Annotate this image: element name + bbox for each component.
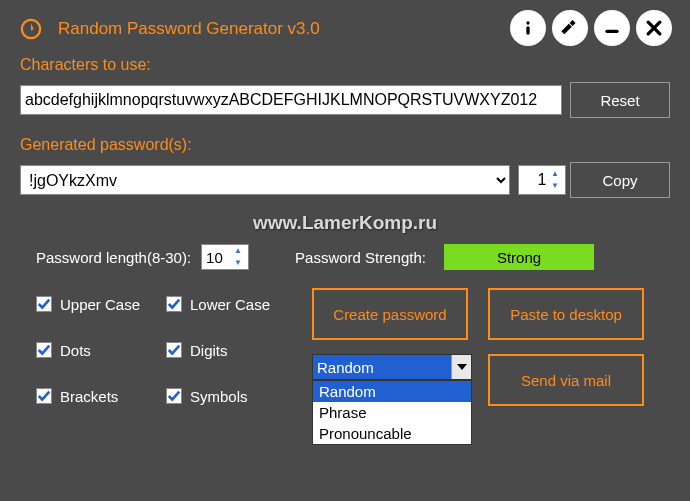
checkbox-label: Dots (60, 342, 91, 359)
type-option-pronouncable[interactable]: Pronouncable (313, 423, 471, 444)
app-title: Random Password Generator v3.0 (58, 19, 320, 39)
svg-rect-3 (605, 30, 618, 33)
length-label: Password length(8-30): (36, 249, 191, 266)
minimize-button[interactable] (594, 10, 630, 46)
chars-input[interactable] (20, 85, 562, 115)
count-down-icon[interactable]: ▼ (548, 180, 562, 192)
length-up-icon[interactable]: ▲ (231, 245, 245, 257)
watermark-text: www.LamerKomp.ru (0, 212, 690, 234)
generated-label: Generated password(s): (0, 130, 690, 162)
checkbox-digits[interactable]: Digits (166, 340, 296, 360)
checkbox-label: Brackets (60, 388, 118, 405)
checkbox-brackets[interactable]: Brackets (36, 386, 166, 406)
type-dropdown-selected: Random (313, 355, 451, 379)
svg-point-1 (526, 21, 529, 24)
checkmark-icon (166, 388, 182, 404)
length-down-icon[interactable]: ▼ (231, 257, 245, 269)
paste-desktop-button[interactable]: Paste to desktop (488, 288, 644, 340)
checkmark-icon (36, 296, 52, 312)
checkbox-symbols[interactable]: Symbols (166, 386, 296, 406)
checkmark-icon (36, 388, 52, 404)
send-mail-button[interactable]: Send via mail (488, 354, 644, 406)
type-dropdown-list: Random Phrase Pronouncable (312, 380, 472, 445)
checkbox-label: Digits (190, 342, 228, 359)
create-password-button[interactable]: Create password (312, 288, 468, 340)
copy-button[interactable]: Copy (570, 162, 670, 198)
reset-button[interactable]: Reset (570, 82, 670, 118)
checkmark-icon (166, 342, 182, 358)
svg-rect-2 (526, 26, 529, 34)
close-button[interactable] (636, 10, 672, 46)
checkbox-label: Lower Case (190, 296, 270, 313)
info-button[interactable] (510, 10, 546, 46)
count-up-icon[interactable]: ▲ (548, 168, 562, 180)
type-option-phrase[interactable]: Phrase (313, 402, 471, 423)
strength-label: Password Strength: (295, 249, 426, 266)
checkbox-label: Upper Case (60, 296, 140, 313)
checkbox-lower-case[interactable]: Lower Case (166, 294, 296, 314)
strength-badge: Strong (444, 244, 594, 270)
checkbox-upper-case[interactable]: Upper Case (36, 294, 166, 314)
chars-label: Characters to use: (0, 50, 690, 82)
checkbox-dots[interactable]: Dots (36, 340, 166, 360)
password-select[interactable]: !jgOYkzXmv (20, 165, 510, 195)
type-dropdown[interactable]: Random (312, 354, 472, 380)
chevron-down-icon (451, 355, 471, 379)
checkbox-label: Symbols (190, 388, 248, 405)
checkmark-icon (36, 342, 52, 358)
type-option-random[interactable]: Random (313, 381, 471, 402)
checkmark-icon (166, 296, 182, 312)
settings-button[interactable] (552, 10, 588, 46)
app-logo-icon (20, 18, 42, 40)
